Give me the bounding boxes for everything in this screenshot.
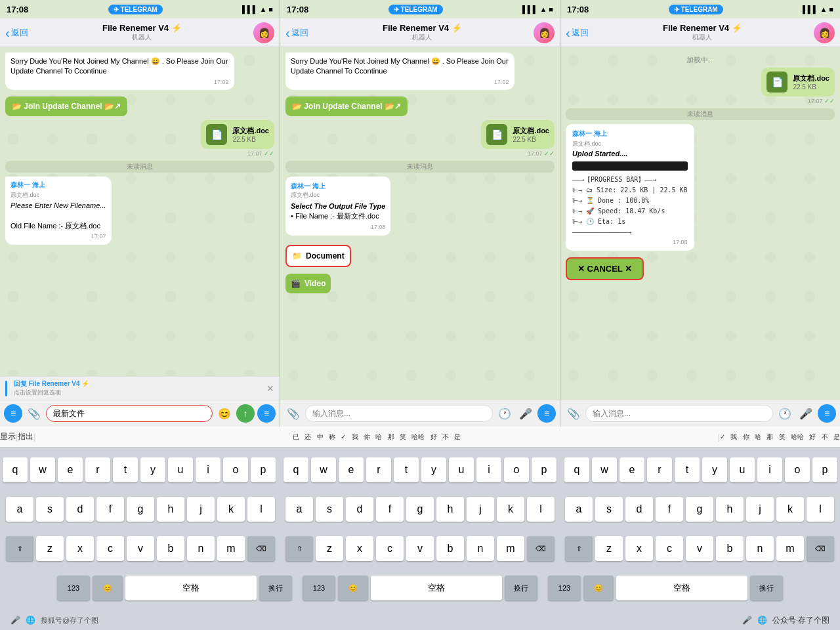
mic-icon-btn-3[interactable]: 🎤 (797, 404, 815, 423)
clock-icon-btn-2[interactable]: 🕐 (495, 404, 514, 423)
key-a[interactable]: a (6, 497, 33, 522)
key-t-2[interactable]: t (394, 457, 419, 482)
key-emoji-2[interactable]: 😊 (338, 576, 368, 600)
key-s[interactable]: s (36, 497, 64, 522)
key-m[interactable]: m (217, 536, 245, 561)
message-input-1[interactable] (46, 405, 213, 422)
key-e[interactable]: e (58, 457, 83, 482)
key-i[interactable]: i (196, 457, 220, 482)
key-space-3[interactable]: 空格 (616, 576, 747, 600)
key-m-3[interactable]: m (776, 536, 804, 561)
key-l[interactable]: l (247, 497, 275, 522)
key-c-2[interactable]: c (376, 536, 404, 561)
key-s-3[interactable]: s (595, 497, 623, 522)
emoji-icon-btn-1[interactable]: 😊 (215, 404, 234, 423)
key-t-3[interactable]: t (675, 457, 700, 482)
menu3-icon-btn-2[interactable]: ≡ (537, 404, 556, 423)
key-e-2[interactable]: e (339, 457, 364, 482)
key-d[interactable]: d (66, 497, 94, 522)
key-n-2[interactable]: n (467, 536, 494, 561)
key-j-2[interactable]: j (467, 497, 494, 522)
key-d-3[interactable]: d (625, 497, 653, 522)
key-k[interactable]: k (217, 497, 245, 522)
cancel-btn-3[interactable]: ✕ CANCEL ✕ (566, 257, 644, 280)
send-btn-1[interactable]: ↑ (236, 404, 255, 423)
back-button-2[interactable]: 返回 (285, 26, 308, 39)
key-backspace[interactable]: ⌫ (247, 536, 275, 561)
key-s-2[interactable]: s (316, 497, 343, 522)
key-backspace-2[interactable]: ⌫ (527, 536, 555, 561)
mic-bottom-icon-3[interactable]: 🎤 (742, 616, 752, 625)
key-v-3[interactable]: v (686, 536, 713, 561)
key-p-3[interactable]: p (812, 457, 837, 482)
key-h-3[interactable]: h (716, 497, 744, 522)
key-v[interactable]: v (127, 536, 154, 561)
key-y[interactable]: y (140, 457, 165, 482)
key-c-3[interactable]: c (656, 536, 683, 561)
key-g[interactable]: g (127, 497, 154, 522)
key-return[interactable]: 换行 (259, 576, 292, 600)
video-btn-2[interactable]: 🎬 Video (285, 274, 331, 293)
key-j-3[interactable]: j (746, 497, 774, 522)
key-y-2[interactable]: y (421, 457, 446, 482)
chat-area-3[interactable]: 加载中... 📄 原文档.doc 22.5 KB 17:07 未读消息 森林一 … (560, 47, 840, 400)
menu4-icon-btn-3[interactable]: ≡ (818, 404, 836, 423)
key-emoji[interactable]: 😊 (93, 576, 123, 600)
key-h-2[interactable]: h (436, 497, 464, 522)
key-123[interactable]: 123 (57, 576, 90, 600)
key-a-3[interactable]: a (565, 497, 593, 522)
key-v-2[interactable]: v (406, 536, 434, 561)
menu2-icon-btn-1[interactable]: ≡ (257, 404, 276, 423)
key-e-3[interactable]: e (620, 457, 644, 482)
key-shift[interactable]: ⇧ (6, 536, 33, 561)
key-o-3[interactable]: o (785, 457, 810, 482)
join-channel-btn-1[interactable]: 📂 Join Update Channel 📂 ↗ (5, 96, 127, 116)
key-d-2[interactable]: d (346, 497, 373, 522)
key-b[interactable]: b (157, 536, 184, 561)
key-t[interactable]: t (113, 457, 138, 482)
key-m-2[interactable]: m (497, 536, 524, 561)
key-return-2[interactable]: 换行 (505, 576, 537, 600)
key-q-2[interactable]: q (284, 457, 308, 482)
chat-area-2[interactable]: Sorry Dude You'Re Not Joined My Channel … (280, 47, 560, 400)
key-l-3[interactable]: l (807, 497, 834, 522)
key-r-3[interactable]: r (647, 457, 672, 482)
key-n[interactable]: n (187, 536, 215, 561)
attach-icon-btn-1[interactable]: 📎 (25, 404, 43, 423)
key-w[interactable]: w (30, 457, 55, 482)
join-channel-btn-2[interactable]: 📂 Join Update Channel 📂 ↗ (285, 96, 408, 116)
key-x-3[interactable]: x (625, 536, 653, 561)
key-w-2[interactable]: w (311, 457, 336, 482)
key-p-2[interactable]: p (532, 457, 556, 482)
key-emoji-3[interactable]: 😊 (583, 576, 614, 600)
key-x[interactable]: x (66, 536, 94, 561)
key-u[interactable]: u (168, 457, 193, 482)
key-o[interactable]: o (223, 457, 248, 482)
clock-icon-btn-3[interactable]: 🕐 (776, 404, 794, 423)
key-q-3[interactable]: q (564, 457, 589, 482)
key-b-3[interactable]: b (716, 536, 744, 561)
key-y-3[interactable]: y (702, 457, 727, 482)
key-z-3[interactable]: z (595, 536, 623, 561)
key-j[interactable]: j (187, 497, 215, 522)
key-l-2[interactable]: l (527, 497, 555, 522)
message-input-2[interactable] (305, 405, 493, 422)
key-shift-2[interactable]: ⇧ (285, 536, 313, 561)
key-r-2[interactable]: r (366, 457, 391, 482)
globe-bottom-icon-3[interactable]: 🌐 (757, 616, 767, 625)
attach-icon-btn-3[interactable]: 📎 (564, 404, 583, 423)
key-x-2[interactable]: x (346, 536, 373, 561)
key-q[interactable]: q (3, 457, 28, 482)
key-k-3[interactable]: k (776, 497, 804, 522)
key-n-3[interactable]: n (746, 536, 774, 561)
mic-bottom-icon[interactable]: 🎤 (10, 616, 20, 625)
key-g-3[interactable]: g (686, 497, 713, 522)
key-g-2[interactable]: g (406, 497, 434, 522)
globe-bottom-icon[interactable]: 🌐 (26, 616, 35, 625)
key-backspace-3[interactable]: ⌫ (807, 536, 834, 561)
key-f-3[interactable]: f (656, 497, 683, 522)
key-r[interactable]: r (85, 457, 110, 482)
key-p[interactable]: p (251, 457, 276, 482)
key-f-2[interactable]: f (376, 497, 404, 522)
key-u-2[interactable]: u (449, 457, 474, 482)
